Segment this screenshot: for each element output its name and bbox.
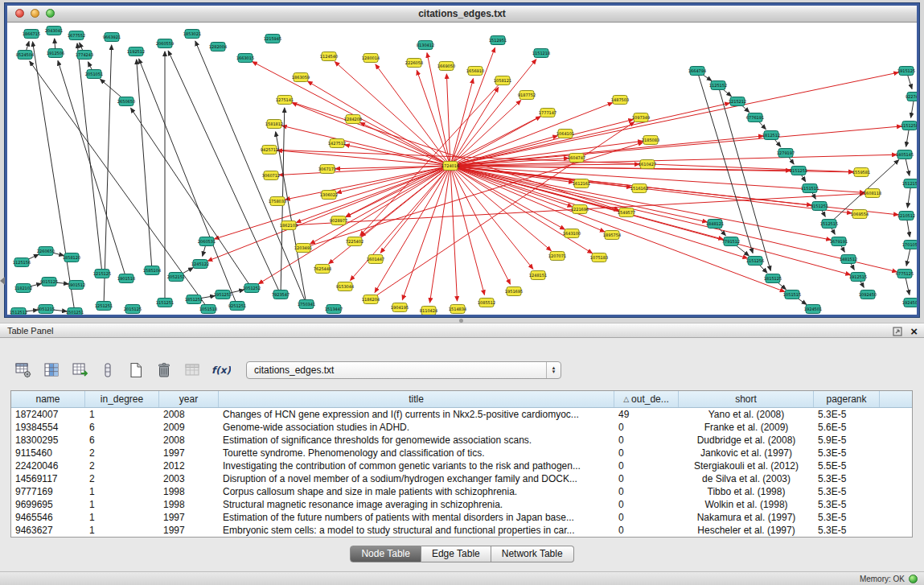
graph-node[interactable]: 9151251 — [811, 202, 828, 211]
graph-node[interactable]: 1279197 — [777, 149, 795, 158]
graph-node[interactable]: 2052151 — [167, 273, 185, 282]
column-header-short[interactable]: short — [679, 391, 814, 407]
graph-node[interactable]: 1405145 — [896, 150, 914, 159]
show-columns-button[interactable] — [41, 360, 62, 381]
graph-node[interactable]: 8130412 — [417, 41, 434, 50]
graph-node[interactable]: 1853021 — [183, 30, 201, 39]
graph-edge[interactable] — [450, 166, 457, 301]
graph-node[interactable]: 1915125 — [897, 67, 915, 76]
graph-node[interactable]: 1664794 — [688, 67, 706, 76]
graph-node[interactable]: 1051252 — [243, 284, 261, 293]
graph-node[interactable]: 1951695 — [505, 287, 523, 296]
graph-node[interactable]: 5901512 — [68, 281, 85, 290]
graph-node[interactable]: 1679191 — [830, 237, 848, 246]
graph-node[interactable]: 1069554 — [851, 210, 869, 219]
collapse-left-panel-arrow[interactable] — [0, 277, 5, 285]
graph-edge[interactable] — [450, 103, 613, 166]
graph-node[interactable]: 8110424 — [420, 307, 437, 315]
graph-node[interactable]: 1610427 — [639, 160, 656, 169]
graph-node[interactable]: 1669050 — [437, 62, 455, 71]
graph-edge[interactable] — [450, 119, 633, 166]
graph-node[interactable]: 2151251 — [790, 167, 807, 175]
create-column-button[interactable] — [69, 360, 90, 381]
graph-node[interactable]: 2260650 — [37, 247, 55, 256]
graph-edge[interactable] — [450, 166, 791, 171]
column-header-pagerank[interactable]: pagerank — [814, 391, 880, 407]
graph-node[interactable]: 1924502 — [902, 299, 917, 307]
graph-node[interactable]: 9051215 — [37, 305, 55, 314]
graph-node[interactable]: 2060559 — [156, 39, 174, 48]
table-row[interactable]: 911546021997Tourette syndrome. Phenomeno… — [11, 447, 912, 459]
function-builder-button[interactable]: f(x) — [210, 360, 231, 381]
graph-node[interactable]: 1097349 — [632, 113, 650, 122]
network-canvas[interactable]: 1724016112454018630591275141158181294257… — [7, 23, 917, 315]
graph-edge[interactable] — [345, 145, 450, 166]
graph-node[interactable]: 9251251 — [228, 302, 246, 311]
graph-edge[interactable] — [335, 166, 450, 169]
graph-node[interactable]: 1895754 — [603, 231, 621, 240]
graph-edge[interactable] — [277, 150, 450, 166]
tab-network-table[interactable]: Network Table — [491, 546, 574, 562]
graph-node[interactable]: 1677552 — [68, 31, 85, 40]
graph-node[interactable]: 1306022 — [320, 191, 338, 200]
graph-node[interactable]: 1248151 — [529, 271, 547, 280]
graph-edge[interactable] — [310, 166, 450, 244]
graph-node[interactable]: 1280014 — [362, 54, 380, 63]
graph-node[interactable]: 2226058 — [405, 59, 423, 68]
graph-edge[interactable] — [450, 166, 723, 239]
graph-node[interactable]: 1612161 — [573, 179, 590, 188]
graph-node[interactable]: 1487503 — [611, 96, 629, 105]
graph-node[interactable]: 1866715 — [23, 30, 40, 39]
graph-edge[interactable] — [276, 132, 306, 304]
graph-edge[interactable] — [450, 166, 747, 258]
delete-button[interactable] — [154, 360, 175, 381]
graph-node[interactable]: 1051518 — [199, 305, 217, 314]
graph-node[interactable]: 1151515 — [801, 184, 819, 193]
graph-node[interactable]: 1656910 — [466, 67, 484, 76]
graph-node[interactable]: 1777147 — [539, 109, 556, 117]
graph-node[interactable]: 1643100 — [563, 229, 581, 238]
graph-node[interactable]: 1215125 — [93, 270, 111, 278]
graph-node[interactable]: 1724016 — [441, 162, 459, 171]
graph-node[interactable]: 1501251 — [66, 308, 84, 315]
graph-node[interactable]: 1151251 — [156, 299, 174, 307]
graph-node[interactable]: 1251251 — [95, 302, 113, 311]
graph-edge[interactable] — [195, 41, 306, 304]
graph-node[interactable]: 1284208 — [344, 115, 362, 124]
graph-node[interactable]: 1282004 — [209, 43, 227, 51]
graph-node[interactable]: 1549577 — [618, 208, 635, 217]
graph-node[interactable]: 1512152 — [902, 179, 917, 188]
graph-node[interactable]: 1203491 — [294, 244, 312, 253]
float-panel-icon[interactable] — [893, 327, 902, 336]
graph-node[interactable]: 1182102 — [14, 284, 32, 293]
new-file-button[interactable] — [125, 360, 146, 381]
graph-node[interactable]: 1663015 — [236, 54, 254, 63]
graph-node[interactable]: 1774243 — [76, 51, 93, 60]
graph-node[interactable]: 2015125 — [124, 305, 142, 314]
graph-edge[interactable] — [58, 61, 126, 278]
table-row[interactable]: 977716911998Corpus callosum shape and si… — [11, 485, 912, 498]
graph-node[interactable]: 1912515 — [849, 273, 867, 282]
graph-node[interactable]: 1192512 — [127, 47, 145, 56]
table-row[interactable]: 2242004622012Investigating the contribut… — [11, 459, 912, 472]
graph-node[interactable]: 1085512 — [478, 299, 495, 307]
graph-node[interactable]: 9015125 — [40, 278, 58, 286]
zoom-button[interactable] — [46, 9, 55, 18]
graph-node[interactable]: 1125152 — [709, 81, 727, 90]
column-header-in_degree[interactable]: in_degree — [85, 391, 159, 407]
graph-node[interactable]: 1481512 — [840, 255, 857, 264]
graph-edge[interactable] — [450, 47, 495, 166]
tab-node-table[interactable]: Node Table — [350, 546, 421, 562]
graph-edge[interactable] — [308, 81, 450, 166]
table-row[interactable]: 969969511998Structural magnetic resonanc… — [11, 498, 912, 511]
column-header-out_de[interactable]: △out_de... — [614, 391, 679, 407]
graph-node[interactable]: 1186204 — [362, 295, 380, 304]
graph-node[interactable]: 9425712 — [261, 146, 278, 154]
graph-node[interactable]: 1585104 — [143, 266, 161, 275]
graph-node[interactable]: 1210512 — [897, 212, 915, 220]
graph-node[interactable]: 1863059 — [292, 73, 310, 82]
graph-node[interactable]: 2051051 — [85, 70, 103, 79]
graph-node[interactable]: 6775125 — [896, 270, 914, 278]
window-titlebar[interactable]: citations_edges.txt — [7, 6, 917, 23]
graph-node[interactable]: 1848121 — [706, 220, 724, 229]
